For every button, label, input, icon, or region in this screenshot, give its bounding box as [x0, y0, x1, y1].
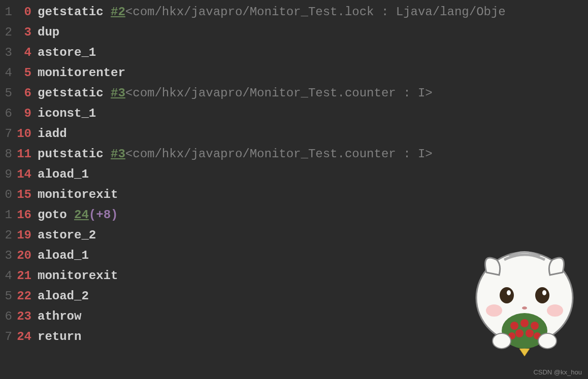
byte-offset: 4	[15, 43, 38, 63]
bytecode-line: 56getstatic #3 <com/hkx/javapro/Monitor_…	[0, 83, 588, 104]
line-number: 1	[0, 2, 15, 22]
line-number: 1	[0, 205, 15, 225]
constant-pool-ref[interactable]: #2	[111, 2, 125, 22]
watermark: CSDN @kx_hou	[533, 368, 582, 376]
mascot-image	[466, 237, 583, 359]
bytecode-line: 015monitorexit	[0, 185, 588, 205]
bytecode-line: 10getstatic #2 <com/hkx/javapro/Monitor_…	[0, 2, 588, 22]
instruction: getstatic	[38, 83, 111, 104]
line-number: 6	[0, 104, 15, 124]
byte-offset: 19	[15, 225, 38, 246]
byte-offset: 14	[15, 164, 38, 185]
ref-detail: <com/hkx/javapro/Monitor_Test.counter : …	[125, 144, 433, 164]
instruction: dup	[38, 22, 59, 43]
line-number: 4	[0, 266, 15, 286]
svg-point-4	[542, 290, 546, 295]
svg-point-13	[526, 329, 534, 337]
line-number: 3	[0, 43, 15, 63]
bytecode-line: 116goto 24 (+8)	[0, 205, 588, 225]
instruction: return	[38, 327, 81, 347]
ref-detail: <com/hkx/javapro/Monitor_Test.lock : Lja…	[125, 2, 506, 22]
svg-point-6	[547, 304, 563, 317]
bytecode-line: 34astore_1	[0, 43, 588, 63]
bytecode-line: 23dup	[0, 22, 588, 43]
line-number: 2	[0, 225, 15, 246]
constant-pool-ref[interactable]: #3	[111, 83, 125, 104]
byte-offset: 11	[15, 144, 38, 164]
ref-detail: <com/hkx/javapro/Monitor_Test.counter : …	[125, 83, 433, 104]
instruction: iconst_1	[38, 104, 96, 124]
line-number: 8	[0, 144, 15, 164]
byte-offset: 10	[15, 124, 38, 144]
instruction: monitorenter	[38, 63, 125, 83]
byte-offset: 9	[15, 104, 38, 124]
instruction: astore_2	[38, 225, 96, 246]
constant-pool-ref[interactable]: #3	[111, 144, 125, 164]
instruction: aload_2	[38, 286, 89, 306]
byte-offset: 20	[15, 246, 38, 266]
svg-point-16	[493, 333, 511, 349]
instruction: putstatic	[38, 144, 111, 164]
line-number: 4	[0, 63, 15, 83]
byte-offset: 5	[15, 63, 38, 83]
instruction: goto	[38, 205, 74, 225]
svg-point-5	[486, 304, 502, 317]
byte-offset: 15	[15, 185, 38, 205]
bytecode-line: 914aload_1	[0, 164, 588, 185]
byte-offset: 24	[15, 327, 38, 347]
bytecode-line: 811putstatic #3 <com/hkx/javapro/Monitor…	[0, 144, 588, 164]
line-number: 7	[0, 124, 15, 144]
instruction: aload_1	[38, 164, 89, 185]
byte-offset: 0	[15, 2, 38, 22]
line-number: 3	[0, 246, 15, 266]
line-number: 5	[0, 286, 15, 306]
goto-offset: (+8)	[89, 205, 118, 225]
byte-offset: 21	[15, 266, 38, 286]
svg-point-17	[538, 333, 557, 349]
svg-point-2	[535, 287, 549, 303]
byte-offset: 6	[15, 83, 38, 104]
instruction: monitorexit	[38, 266, 118, 286]
instruction: getstatic	[38, 2, 111, 22]
instruction: athrow	[38, 306, 81, 327]
line-number: 7	[0, 327, 15, 347]
bytecode-line: 45monitorenter	[0, 63, 588, 83]
svg-point-11	[531, 322, 539, 330]
line-number: 5	[0, 83, 15, 104]
instruction: iadd	[38, 124, 67, 144]
bytecode-line: 69iconst_1	[0, 104, 588, 124]
line-number: 9	[0, 164, 15, 185]
svg-point-7	[522, 306, 527, 309]
byte-offset: 22	[15, 286, 38, 306]
goto-target[interactable]: 24	[74, 205, 89, 225]
byte-offset: 16	[15, 205, 38, 225]
svg-point-12	[515, 329, 524, 337]
svg-point-1	[500, 287, 514, 303]
line-number: 2	[0, 22, 15, 43]
line-number: 0	[0, 185, 15, 205]
byte-offset: 23	[15, 306, 38, 327]
bytecode-line: 710iadd	[0, 124, 588, 144]
byte-offset: 3	[15, 22, 38, 43]
svg-point-3	[507, 290, 511, 295]
instruction: aload_1	[38, 246, 89, 266]
svg-point-10	[520, 319, 529, 327]
line-number: 6	[0, 306, 15, 327]
svg-point-9	[510, 322, 518, 330]
instruction: astore_1	[38, 43, 96, 63]
instruction: monitorexit	[38, 185, 118, 205]
